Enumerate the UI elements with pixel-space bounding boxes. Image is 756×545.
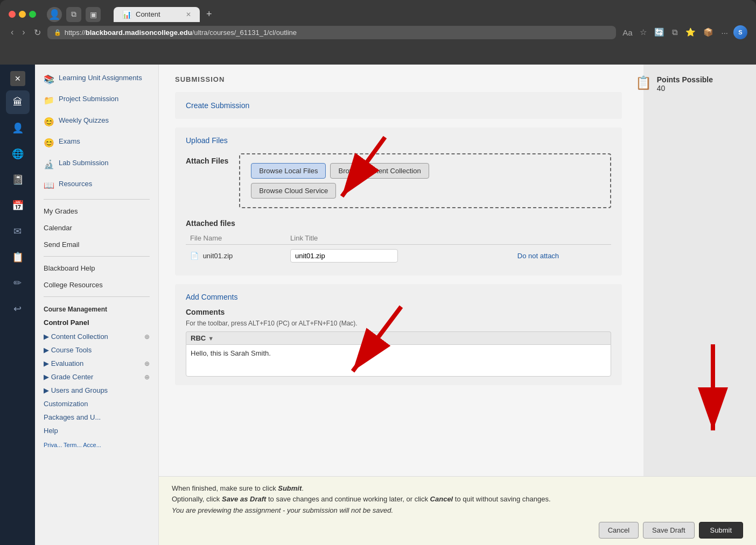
favorites-icon[interactable]: ⭐ (683, 26, 698, 38)
sidebar-item-evaluation[interactable]: ▶ Evaluation ⊕ (35, 357, 158, 370)
sidebar-item-project-submission[interactable]: 📁 Project Submission (35, 90, 158, 111)
tab-favicon: 📊 (122, 10, 131, 19)
forward-button[interactable]: › (20, 26, 27, 38)
comments-section: Add Comments Comments For the toolbar, p… (175, 284, 622, 385)
address-bar[interactable]: 🔒 https://blackboard.madisoncollege.edu/… (47, 26, 616, 39)
sidebar-item-course-tools[interactable]: ▶ Course Tools (35, 343, 158, 357)
nav-icon-notebook[interactable]: 📓 (6, 168, 30, 192)
sidebar-item-lab-submission[interactable]: 🔬 Lab Submission (35, 154, 158, 175)
cancel-button[interactable]: Cancel (599, 522, 639, 539)
sidebar-item-learning-unit[interactable]: 📚 Learning Unit Assignments (35, 69, 158, 90)
refresh-button[interactable]: ↻ (32, 26, 43, 39)
browse-content-collection-button[interactable]: Browse Content Collection (330, 163, 429, 179)
comments-editor[interactable]: Hello, this is Sarah Smith. (186, 344, 611, 377)
sidebar-item-resources[interactable]: 📖 Resources (35, 175, 158, 196)
arrow-3 (686, 334, 740, 452)
nav-icon-calendar[interactable]: 📅 (6, 194, 30, 217)
link-title-input[interactable] (290, 249, 398, 263)
users-groups-label: ▶ Users and Groups (44, 386, 108, 394)
close-traffic-light[interactable] (9, 11, 16, 18)
course-tools-label: ▶ Course Tools (44, 346, 92, 354)
profile-browser-icon[interactable]: 👤 (47, 7, 62, 22)
sidebar-item-content-collection[interactable]: ▶ Content Collection ⊕ (35, 330, 158, 343)
sidebar-divider-2 (44, 256, 150, 257)
accessibility-link[interactable]: Acce... (83, 442, 101, 448)
main-area: ✕ 🏛 👤 🌐 📓 📅 ✉ 📋 ✏ ↩ 📚 Learning Unit Assi… (0, 65, 756, 545)
tab-icon[interactable]: ▣ (86, 7, 101, 22)
split-view-icon[interactable]: ⧉ (670, 26, 680, 38)
browser-icons-left: 👤 ⧉ ▣ (47, 7, 101, 22)
new-tab-button[interactable]: + (202, 6, 216, 22)
bookmark-icon[interactable]: ☆ (638, 26, 649, 38)
back-button[interactable]: ‹ (9, 26, 16, 38)
nav-icon-globe[interactable]: 🌐 (6, 142, 30, 166)
content-collection-arrow: ⊕ (144, 333, 150, 341)
link-title-header: Link Title (286, 232, 513, 245)
add-comments-link[interactable]: Add Comments (186, 293, 611, 301)
nav-icon-courses[interactable]: 🏛 (6, 90, 30, 114)
sidebar-item-college-resources[interactable]: College Resources (35, 277, 158, 293)
sidebar-item-weekly-quizzes[interactable]: 😊 Weekly Quizzes (35, 111, 158, 132)
nav-icon-clipboard[interactable]: 📋 (6, 245, 30, 269)
do-not-attach-link[interactable]: Do not attach (517, 252, 559, 260)
submit-button[interactable]: Submit (699, 522, 743, 539)
sidebar-item-grade-center[interactable]: ▶ Grade Center ⊕ (35, 370, 158, 384)
extensions-icon[interactable]: 🔄 (652, 26, 667, 38)
browse-local-files-button[interactable]: Browse Local Files (251, 163, 326, 179)
url-text: https://blackboard.madisoncollege.edu/ul… (65, 29, 297, 37)
minimize-traffic-light[interactable] (19, 11, 26, 18)
sidebar-item-calendar[interactable]: Calendar (35, 220, 158, 236)
sidebar-item-customization[interactable]: Customization (35, 397, 158, 410)
nav-icon-edit[interactable]: ✏ (6, 271, 30, 295)
maximize-traffic-light[interactable] (29, 11, 36, 18)
upload-files-link[interactable]: Upload Files (186, 136, 611, 145)
exams-icon: 😊 (44, 137, 54, 149)
create-submission-link[interactable]: Create Submission (186, 101, 249, 110)
lab-icon: 🔬 (44, 159, 54, 171)
toolbar-chevron[interactable]: ▼ (208, 335, 214, 342)
sidebar-item-blackboard-help[interactable]: Blackboard Help (35, 260, 158, 277)
sidebar-item-help[interactable]: Help (35, 424, 158, 437)
table-row: 📄 unit01.zip Do not attach (186, 245, 611, 267)
profile-avatar[interactable]: S (733, 25, 747, 39)
nav-icon-back[interactable]: ↩ (6, 297, 30, 321)
reader-icon[interactable]: Aa (620, 27, 634, 38)
browser-chrome: 👤 ⧉ ▣ 📊 Content ✕ + ‹ › ↻ 🔒 https://blac… (0, 0, 756, 65)
sidebar-item-users-groups[interactable]: ▶ Users and Groups (35, 384, 158, 397)
overlay-text-part1: When finished, make sure to click (172, 484, 278, 492)
collections-icon[interactable]: 📦 (701, 26, 716, 38)
comments-hint: For the toolbar, press ALT+F10 (PC) or A… (186, 320, 611, 327)
active-tab[interactable]: 📊 Content ✕ (114, 7, 200, 22)
comments-label: Comments (186, 308, 611, 316)
privacy-link[interactable]: Priva... (44, 442, 62, 448)
close-nav-button[interactable]: ✕ (10, 71, 25, 86)
sidebar-item-packages[interactable]: Packages and U... (35, 410, 158, 424)
terms-link[interactable]: Term... (64, 442, 82, 448)
grade-center-arrow: ⊕ (144, 373, 150, 381)
lock-icon: 🔒 (54, 29, 61, 36)
tab-close-button[interactable]: ✕ (186, 11, 191, 18)
attach-files-area: Attach Files Browse Local Files Browse C… (186, 153, 611, 208)
nav-icon-profile[interactable]: 👤 (6, 116, 30, 140)
evaluation-arrow: ⊕ (144, 360, 150, 367)
browse-cloud-service-button[interactable]: Browse Cloud Service (251, 183, 336, 199)
filename: unit01.zip (203, 252, 233, 260)
browse-buttons-row: Browse Local Files Browse Content Collec… (251, 163, 599, 179)
overlay-text-part2: . (302, 484, 304, 492)
sidebar-item-send-email[interactable]: Send Email (35, 236, 158, 253)
copy-icon[interactable]: ⧉ (66, 7, 81, 22)
rbc-icon: RBC (191, 334, 206, 342)
comments-text: Hello, this is Sarah Smith. (191, 349, 271, 357)
nav-icons: ✕ 🏛 👤 🌐 📓 📅 ✉ 📋 ✏ ↩ (0, 65, 35, 545)
sidebar-item-my-grades[interactable]: My Grades (35, 203, 158, 220)
project-submission-icon: 📁 (44, 95, 54, 107)
more-icon[interactable]: ··· (719, 27, 730, 38)
overlay-save-draft-bold: Save as Draft (222, 495, 266, 503)
sidebar-item-label: Learning Unit Assignments (59, 73, 142, 83)
resources-icon: 📖 (44, 180, 54, 192)
sidebar-item-exams[interactable]: 😊 Exams (35, 132, 158, 153)
title-bar: 👤 ⧉ ▣ 📊 Content ✕ + (0, 0, 756, 22)
points-panel: 📋 Points Possible 40 (635, 75, 713, 93)
save-draft-button[interactable]: Save Draft (643, 522, 694, 539)
nav-icon-email[interactable]: ✉ (6, 220, 30, 243)
